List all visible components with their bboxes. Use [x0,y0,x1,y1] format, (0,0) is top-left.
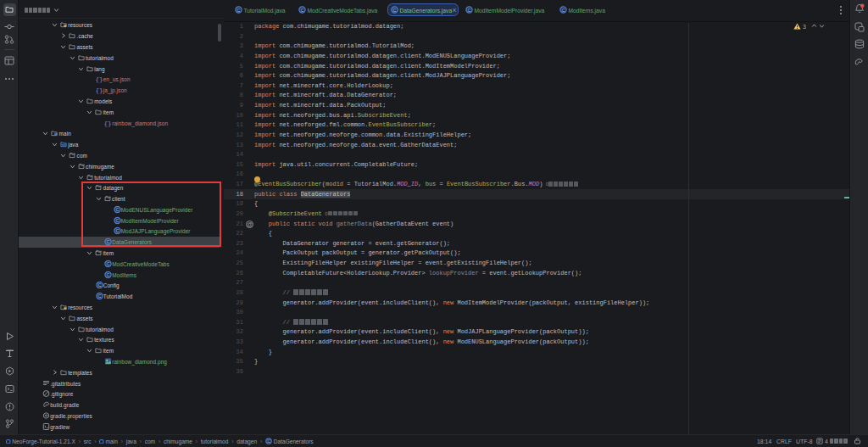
svg-text:C: C [300,8,303,13]
svg-text:C: C [106,261,109,266]
svg-text:C: C [392,8,396,13]
svg-text:C: C [236,8,240,13]
svg-text:C: C [97,283,101,288]
svg-text:{}: {} [96,87,103,94]
svg-text:C: C [467,8,470,13]
svg-text:C: C [267,439,270,444]
svg-text:C: C [106,272,109,277]
svg-text:{}: {} [96,76,103,83]
svg-text:C: C [97,293,101,299]
svg-text:C: C [561,8,565,13]
svg-text:{}: {} [104,120,112,126]
